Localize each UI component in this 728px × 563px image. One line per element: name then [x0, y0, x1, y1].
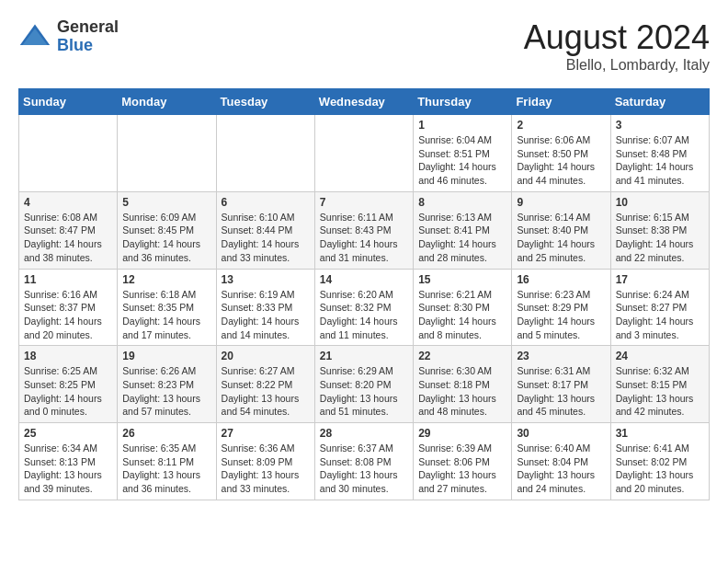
day-info: Sunrise: 6:13 AM Sunset: 8:41 PM Dayligh…: [418, 211, 506, 265]
calendar-cell: 6Sunrise: 6:10 AM Sunset: 8:44 PM Daylig…: [216, 191, 314, 269]
day-number: 15: [418, 273, 506, 286]
day-info: Sunrise: 6:19 AM Sunset: 8:33 PM Dayligh…: [222, 288, 310, 342]
day-number: 19: [122, 350, 210, 362]
calendar-cell: 22Sunrise: 6:30 AM Sunset: 8:18 PM Dayli…: [414, 346, 512, 423]
day-number: 10: [616, 196, 704, 209]
day-info: Sunrise: 6:09 AM Sunset: 8:45 PM Dayligh…: [122, 211, 210, 265]
calendar-cell: 15Sunrise: 6:21 AM Sunset: 8:30 PM Dayli…: [414, 269, 512, 346]
calendar-cell: 23Sunrise: 6:31 AM Sunset: 8:17 PM Dayli…: [512, 346, 610, 423]
day-info: Sunrise: 6:41 AM Sunset: 8:02 PM Dayligh…: [616, 442, 704, 496]
day-number: 14: [320, 273, 408, 286]
calendar-cell: 27Sunrise: 6:36 AM Sunset: 8:09 PM Dayli…: [216, 423, 314, 500]
day-info: Sunrise: 6:25 AM Sunset: 8:25 PM Dayligh…: [24, 364, 112, 419]
calendar-cell: 26Sunrise: 6:35 AM Sunset: 8:11 PM Dayli…: [118, 423, 216, 500]
day-info: Sunrise: 6:07 AM Sunset: 8:48 PM Dayligh…: [616, 133, 704, 188]
logo-blue: Blue: [57, 37, 119, 55]
day-info: Sunrise: 6:35 AM Sunset: 8:11 PM Dayligh…: [122, 442, 210, 496]
location-subtitle: Blello, Lombardy, Italy: [524, 57, 710, 74]
weekday-header-friday: Friday: [512, 89, 610, 115]
day-info: Sunrise: 6:20 AM Sunset: 8:32 PM Dayligh…: [320, 288, 408, 342]
calendar-cell: 9Sunrise: 6:14 AM Sunset: 8:40 PM Daylig…: [512, 191, 610, 269]
weekday-header-saturday: Saturday: [610, 89, 709, 115]
day-number: 8: [418, 196, 506, 209]
day-info: Sunrise: 6:32 AM Sunset: 8:15 PM Dayligh…: [616, 364, 704, 419]
calendar-cell: [19, 115, 118, 192]
calendar-cell: 17Sunrise: 6:24 AM Sunset: 8:27 PM Dayli…: [610, 269, 709, 346]
calendar-cell: 24Sunrise: 6:32 AM Sunset: 8:15 PM Dayli…: [610, 346, 709, 423]
day-number: 26: [122, 427, 210, 440]
day-number: 5: [122, 196, 210, 209]
day-number: 28: [320, 427, 408, 440]
day-number: 31: [616, 427, 704, 440]
logo: General Blue: [18, 18, 119, 55]
calendar-cell: 19Sunrise: 6:26 AM Sunset: 8:23 PM Dayli…: [118, 346, 216, 423]
calendar-cell: 18Sunrise: 6:25 AM Sunset: 8:25 PM Dayli…: [19, 346, 118, 423]
calendar-cell: 31Sunrise: 6:41 AM Sunset: 8:02 PM Dayli…: [610, 423, 709, 500]
calendar-cell: 25Sunrise: 6:34 AM Sunset: 8:13 PM Dayli…: [19, 423, 118, 500]
day-info: Sunrise: 6:31 AM Sunset: 8:17 PM Dayligh…: [517, 364, 605, 419]
day-number: 24: [616, 350, 704, 362]
day-number: 21: [320, 350, 408, 362]
calendar-cell: 12Sunrise: 6:18 AM Sunset: 8:35 PM Dayli…: [118, 269, 216, 346]
calendar-cell: 30Sunrise: 6:40 AM Sunset: 8:04 PM Dayli…: [512, 423, 610, 500]
day-info: Sunrise: 6:16 AM Sunset: 8:37 PM Dayligh…: [24, 288, 112, 342]
calendar-cell: 29Sunrise: 6:39 AM Sunset: 8:06 PM Dayli…: [414, 423, 512, 500]
calendar-week-3: 11Sunrise: 6:16 AM Sunset: 8:37 PM Dayli…: [19, 269, 710, 346]
calendar-week-5: 25Sunrise: 6:34 AM Sunset: 8:13 PM Dayli…: [19, 423, 710, 500]
day-number: 27: [222, 427, 310, 440]
day-number: 4: [24, 196, 112, 209]
day-number: 22: [418, 350, 506, 362]
day-number: 11: [24, 273, 112, 286]
day-info: Sunrise: 6:40 AM Sunset: 8:04 PM Dayligh…: [517, 442, 605, 496]
day-info: Sunrise: 6:36 AM Sunset: 8:09 PM Dayligh…: [222, 442, 310, 496]
day-info: Sunrise: 6:21 AM Sunset: 8:30 PM Dayligh…: [418, 288, 506, 342]
month-year-title: August 2024: [524, 18, 710, 57]
day-info: Sunrise: 6:34 AM Sunset: 8:13 PM Dayligh…: [24, 442, 112, 496]
calendar-week-1: 1Sunrise: 6:04 AM Sunset: 8:51 PM Daylig…: [19, 115, 710, 192]
page-header: General Blue August 2024 Blello, Lombard…: [18, 18, 710, 74]
day-info: Sunrise: 6:39 AM Sunset: 8:06 PM Dayligh…: [418, 442, 506, 496]
day-number: 3: [616, 119, 704, 132]
calendar-cell: 1Sunrise: 6:04 AM Sunset: 8:51 PM Daylig…: [414, 115, 512, 192]
calendar-week-4: 18Sunrise: 6:25 AM Sunset: 8:25 PM Dayli…: [19, 346, 710, 423]
day-number: 16: [517, 273, 605, 286]
calendar-cell: 20Sunrise: 6:27 AM Sunset: 8:22 PM Dayli…: [216, 346, 314, 423]
day-info: Sunrise: 6:24 AM Sunset: 8:27 PM Dayligh…: [616, 288, 704, 342]
calendar-cell: 28Sunrise: 6:37 AM Sunset: 8:08 PM Dayli…: [314, 423, 413, 500]
calendar-cell: [216, 115, 314, 192]
calendar-cell: 11Sunrise: 6:16 AM Sunset: 8:37 PM Dayli…: [19, 269, 118, 346]
day-info: Sunrise: 6:11 AM Sunset: 8:43 PM Dayligh…: [320, 211, 408, 265]
day-number: 30: [517, 427, 605, 440]
day-info: Sunrise: 6:29 AM Sunset: 8:20 PM Dayligh…: [320, 364, 408, 419]
calendar-cell: [314, 115, 413, 192]
calendar-cell: 3Sunrise: 6:07 AM Sunset: 8:48 PM Daylig…: [610, 115, 709, 192]
day-info: Sunrise: 6:08 AM Sunset: 8:47 PM Dayligh…: [24, 211, 112, 265]
day-info: Sunrise: 6:15 AM Sunset: 8:38 PM Dayligh…: [616, 211, 704, 265]
weekday-header-wednesday: Wednesday: [314, 89, 413, 115]
calendar-cell: 4Sunrise: 6:08 AM Sunset: 8:47 PM Daylig…: [19, 191, 118, 269]
weekday-header-thursday: Thursday: [414, 89, 512, 115]
day-number: 1: [418, 119, 506, 132]
day-info: Sunrise: 6:30 AM Sunset: 8:18 PM Dayligh…: [418, 364, 506, 419]
calendar-cell: 13Sunrise: 6:19 AM Sunset: 8:33 PM Dayli…: [216, 269, 314, 346]
day-info: Sunrise: 6:37 AM Sunset: 8:08 PM Dayligh…: [320, 442, 408, 496]
calendar-cell: [118, 115, 216, 192]
calendar-cell: 8Sunrise: 6:13 AM Sunset: 8:41 PM Daylig…: [414, 191, 512, 269]
calendar-table: SundayMondayTuesdayWednesdayThursdayFrid…: [18, 88, 710, 500]
day-info: Sunrise: 6:14 AM Sunset: 8:40 PM Dayligh…: [517, 211, 605, 265]
calendar-cell: 2Sunrise: 6:06 AM Sunset: 8:50 PM Daylig…: [512, 115, 610, 192]
day-info: Sunrise: 6:27 AM Sunset: 8:22 PM Dayligh…: [222, 364, 310, 419]
day-number: 29: [418, 427, 506, 440]
day-info: Sunrise: 6:04 AM Sunset: 8:51 PM Dayligh…: [418, 133, 506, 188]
calendar-cell: 16Sunrise: 6:23 AM Sunset: 8:29 PM Dayli…: [512, 269, 610, 346]
general-blue-icon: [18, 20, 51, 53]
day-number: 20: [222, 350, 310, 362]
day-info: Sunrise: 6:26 AM Sunset: 8:23 PM Dayligh…: [122, 364, 210, 419]
day-info: Sunrise: 6:10 AM Sunset: 8:44 PM Dayligh…: [222, 211, 310, 265]
logo-text: General Blue: [57, 18, 119, 55]
day-number: 23: [517, 350, 605, 362]
day-number: 13: [222, 273, 310, 286]
day-info: Sunrise: 6:06 AM Sunset: 8:50 PM Dayligh…: [517, 133, 605, 188]
calendar-cell: 21Sunrise: 6:29 AM Sunset: 8:20 PM Dayli…: [314, 346, 413, 423]
logo-general: General: [57, 18, 119, 37]
